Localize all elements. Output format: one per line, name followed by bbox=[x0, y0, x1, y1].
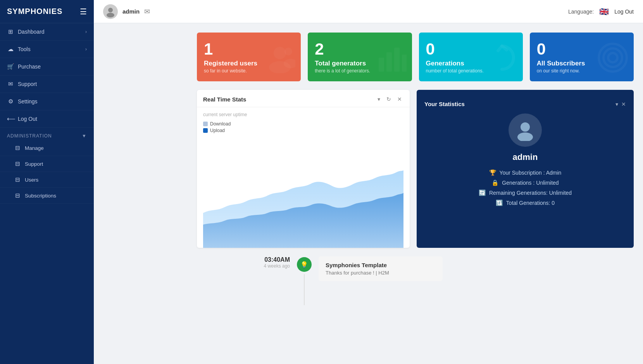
sidebar-item-logout[interactable]: ⟵ Log Out bbox=[0, 110, 94, 128]
support-icon: ✉ bbox=[7, 81, 14, 88]
lock-icon: 🔒 bbox=[491, 179, 499, 186]
stat-title-generations: Generations bbox=[426, 60, 516, 67]
chevron-icon: › bbox=[85, 29, 87, 34]
real-time-stats-widget: Real Time Stats ▾ ↻ ✕ current server upt… bbox=[197, 90, 410, 248]
remaining-label: Remaining Generations: Unlimited bbox=[489, 190, 572, 196]
mail-icon[interactable]: ✉ bbox=[144, 7, 150, 16]
stat-number-subscribers: 0 bbox=[537, 40, 627, 58]
manage-icon: ⊟ bbox=[14, 144, 21, 151]
topbar: admin ✉ Language: 🇬🇧 Log Out bbox=[94, 0, 643, 23]
stat-number-users: 1 bbox=[204, 40, 294, 58]
dashboard-icon: ⊞ bbox=[7, 28, 14, 35]
timeline-card-sub: Thanks for purchase ! | H2M bbox=[326, 270, 436, 276]
stats-minimize-button[interactable]: ▾ bbox=[615, 101, 618, 107]
sidebar-label-settings: Settings bbox=[18, 98, 38, 105]
administration-chevron: ▼ bbox=[82, 133, 87, 139]
widget-body: current server uptime Download Upload bbox=[197, 107, 410, 248]
generations-label: Generations : Unlimited bbox=[502, 180, 559, 186]
sidebar-sub-item-support[interactable]: ⊟ Support bbox=[0, 156, 94, 172]
sidebar-item-support[interactable]: ✉ Support bbox=[0, 76, 94, 93]
sidebar-sub-item-users[interactable]: ⊟ Users bbox=[0, 172, 94, 188]
svg-point-13 bbox=[521, 122, 530, 132]
legend-download: Download bbox=[203, 121, 403, 127]
sidebar-sub-label-support: Support bbox=[25, 161, 43, 167]
timeline-card-title: Symphonies Template bbox=[326, 262, 436, 268]
sidebar-item-dashboard[interactable]: ⊞ Dashboard › bbox=[0, 23, 94, 41]
minimize-button[interactable]: ▾ bbox=[376, 95, 382, 103]
timeline-section: 03:40AM 4 weeks ago 💡 Symphonies Templat… bbox=[197, 256, 634, 305]
sidebar-label-logout: Log Out bbox=[18, 116, 37, 122]
timeline-line bbox=[304, 274, 305, 305]
topbar-username: admin bbox=[122, 8, 140, 15]
stat-number-generations: 0 bbox=[426, 40, 516, 58]
stat-card-generators: 2 Total generators there is a lot of gen… bbox=[308, 33, 412, 81]
sidebar-sub-label-manage: Manage bbox=[25, 145, 44, 151]
widget-subtitle: current server uptime bbox=[203, 112, 403, 117]
stat-card-subscribers: 0 All Subscribers on our site right now. bbox=[530, 33, 634, 81]
stat-title-generators: Total generators bbox=[315, 60, 405, 67]
sidebar: SYMPHONIES ☰ ⊞ Dashboard › ☁ Tools › 🛒 P… bbox=[0, 0, 94, 364]
close-button[interactable]: ✕ bbox=[396, 95, 403, 103]
stats-remaining: 🔄 Remaining Generations: Unlimited bbox=[479, 189, 572, 196]
total-icon: 🔃 bbox=[496, 199, 503, 206]
administration-section[interactable]: Administration ▼ bbox=[0, 128, 94, 140]
total-label: Total Generations: 0 bbox=[506, 200, 555, 206]
legend-download-dot bbox=[203, 122, 208, 126]
stats-username: admin bbox=[513, 152, 538, 162]
timeline-time-ago: 4 weeks ago bbox=[251, 263, 290, 269]
user-avatar-big bbox=[509, 113, 542, 147]
sidebar-sub-label-subscriptions: Subscriptions bbox=[25, 193, 56, 199]
stats-generations: 🔒 Generations : Unlimited bbox=[491, 179, 559, 186]
widget-title: Real Time Stats bbox=[203, 96, 246, 103]
legend-download-label: Download bbox=[210, 121, 231, 127]
sidebar-label-purchase: Purchase bbox=[18, 64, 41, 70]
sidebar-label-dashboard: Dashboard bbox=[18, 29, 45, 35]
svg-point-14 bbox=[517, 132, 533, 141]
stat-sub-generators: there is a lot of generators. bbox=[315, 68, 405, 74]
sidebar-item-purchase[interactable]: 🛒 Purchase bbox=[0, 58, 94, 76]
purchase-icon: 🛒 bbox=[7, 63, 14, 70]
stat-number-generators: 2 bbox=[315, 40, 405, 58]
stat-sub-subscribers: on our site right now. bbox=[537, 68, 627, 74]
sidebar-label-tools: Tools bbox=[18, 46, 31, 52]
stats-card-title: Your Statistics bbox=[424, 101, 465, 107]
administration-label: Administration bbox=[7, 133, 52, 139]
legend-upload: Upload bbox=[203, 128, 403, 133]
flag-icon[interactable]: 🇬🇧 bbox=[599, 7, 609, 16]
refresh-button[interactable]: ↻ bbox=[385, 95, 393, 103]
subscriptions-icon: ⊟ bbox=[14, 192, 21, 199]
stats-info-list: 🏆 Your Subscription : Admin 🔒 Generation… bbox=[424, 169, 626, 206]
stat-title-users: Registered users bbox=[204, 60, 294, 67]
topbar-right: Language: 🇬🇧 Log Out bbox=[568, 7, 634, 16]
sidebar-label-support: Support bbox=[18, 81, 37, 87]
svg-point-1 bbox=[107, 13, 114, 17]
users-icon: ⊟ bbox=[14, 176, 21, 183]
topbar-left: admin ✉ bbox=[103, 4, 150, 19]
chevron-icon: › bbox=[85, 46, 87, 52]
stats-card-header: Your Statistics ▾ ✕ bbox=[424, 101, 626, 107]
stats-card-controls: ▾ ✕ bbox=[615, 101, 626, 107]
stat-sub-users: so far in our website. bbox=[204, 68, 294, 74]
timeline-dot-icon: 💡 bbox=[300, 261, 308, 268]
logout-button[interactable]: Log Out bbox=[614, 9, 634, 15]
sidebar-item-tools[interactable]: ☁ Tools › bbox=[0, 41, 94, 58]
sidebar-sub-item-manage[interactable]: ⊟ Manage bbox=[0, 140, 94, 156]
sidebar-header: SYMPHONIES ☰ bbox=[0, 0, 94, 23]
logout-icon: ⟵ bbox=[7, 115, 14, 122]
subscription-icon: 🏆 bbox=[489, 169, 496, 176]
sidebar-item-settings[interactable]: ⚙ Settings bbox=[0, 93, 94, 110]
timeline-time: 03:40AM 4 weeks ago bbox=[251, 256, 290, 269]
sub-support-icon: ⊟ bbox=[14, 160, 21, 167]
language-label: Language: bbox=[568, 9, 594, 15]
timeline-time-value: 03:40AM bbox=[251, 256, 290, 263]
svg-point-0 bbox=[108, 8, 113, 12]
stat-title-subscribers: All Subscribers bbox=[537, 60, 627, 67]
lower-section: Real Time Stats ▾ ↻ ✕ current server upt… bbox=[197, 90, 634, 248]
stats-close-button[interactable]: ✕ bbox=[621, 101, 626, 107]
sidebar-sub-item-subscriptions[interactable]: ⊟ Subscriptions bbox=[0, 188, 94, 204]
avatar bbox=[103, 4, 118, 19]
stat-card-registered-users: 1 Registered users so far in our website… bbox=[197, 33, 301, 81]
chart-legend: Download Upload bbox=[203, 121, 403, 133]
hamburger-icon[interactable]: ☰ bbox=[80, 7, 87, 16]
legend-upload-dot bbox=[203, 128, 208, 133]
